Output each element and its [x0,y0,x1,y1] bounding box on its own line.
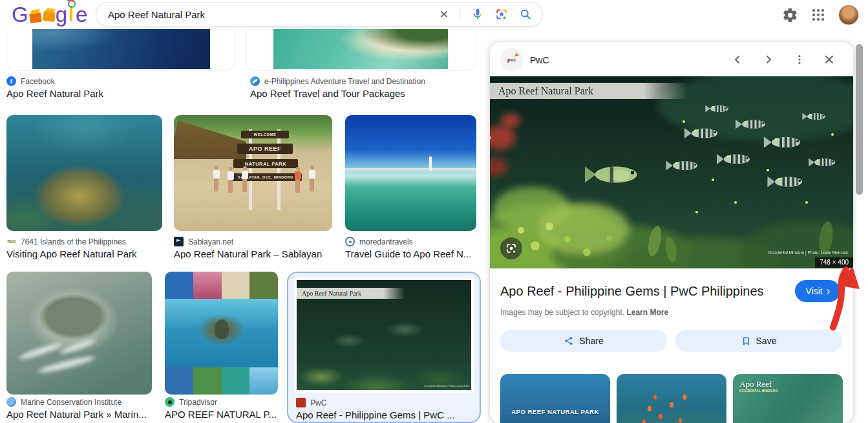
related-image-green-reef[interactable]: Apo Reef OCCIDENTAL MINDORO [733,374,843,423]
reef-artwork [490,76,853,268]
divider [460,7,460,21]
7641-islands-favicon: 7641 [6,237,16,246]
thumbnail-watermark: Occidental Mindoro | Photo: Louie Mencia… [424,384,469,387]
more-options-icon[interactable] [789,49,810,70]
learn-more-link[interactable]: Learn More [626,308,668,317]
share-button[interactable]: Share [500,330,667,352]
search-icon[interactable] [519,8,532,21]
hero-image-reef-fish[interactable] [490,76,853,268]
chevron-right-icon: › [827,286,830,296]
result-image-ephilippines[interactable] [245,29,476,70]
hut-roof [174,120,246,159]
logo-letter: g [56,3,67,27]
previous-image-button[interactable] [727,49,748,70]
result-title[interactable]: Apo Reef Travel and Tour Packages [250,88,473,99]
related-image-orange-fish[interactable] [617,374,726,423]
result-source[interactable]: Marine Conservation Institute [6,397,122,407]
doodle-block-icon [29,12,42,23]
panel-scrollbar[interactable] [856,44,863,195]
selected-result-card-pwc[interactable]: Apo Reef Natural Park Occidental Mindoro… [287,272,481,423]
google-lens-icon[interactable] [495,8,508,21]
search-bar[interactable]: ✕ [96,2,543,27]
result-source[interactable]: e-Philippines Adventure Travel and Desti… [250,76,425,86]
result-title[interactable]: APO REEF NATURAL P... [165,409,278,420]
thumbnail-banner: Apo Reef Natural Park [297,288,405,299]
result-title[interactable]: Travel Guide to Apo Reef N... [345,248,476,259]
panel-source-label[interactable]: PwC [530,55,549,65]
result-title[interactable]: Apo Reef Natural Park [6,88,229,99]
doodle-block-icon [43,11,55,22]
search-inside-image-lens-icon[interactable] [500,237,522,259]
ephilippines-favicon [250,76,260,86]
result-image-collage-turtle[interactable] [165,272,278,395]
close-panel-icon[interactable] [819,49,840,70]
result-title[interactable]: Apo Reef Natural Park – Sablayan [174,248,332,259]
photo-watermark: Occidental Mindoro | Photo: Louie Mencia… [768,250,848,255]
sablayan-favicon [174,237,184,246]
result-source[interactable]: Sablayan.net [174,237,233,246]
result-image-welcome-sign[interactable]: WELCOME APO REEF NATURAL PARK SABLAYAN, … [174,115,332,231]
facebook-favicon: f [6,76,16,86]
result-title[interactable]: Apo Reef - Philippine Gems | PwC ... [296,409,474,420]
turtle-photo [165,299,278,367]
save-button[interactable]: Save [675,330,842,352]
result-source[interactable]: f Facebook [6,76,55,86]
pwc-favicon [296,398,306,407]
top-header: G g e ✕ [0,0,868,29]
settings-gear-icon[interactable] [782,7,798,23]
clear-search-icon[interactable]: ✕ [439,9,449,20]
result-image-island-aerial[interactable] [6,272,152,395]
share-icon [564,336,574,346]
logo-letter: e [76,3,87,27]
search-input[interactable] [107,8,439,21]
image-detail-panel: pwc PwC [490,42,853,423]
image-dimensions: 748 × 400 [815,257,853,268]
result-source[interactable]: moredantravels [345,237,413,246]
image-title-banner: Apo Reef Natural Park [490,83,687,99]
google-apps-icon[interactable] [812,9,824,21]
panel-page-title[interactable]: Apo Reef - Philippine Gems | PwC Philipp… [500,283,782,299]
moredantravels-favicon [345,237,355,246]
result-source[interactable]: PwC [296,398,326,407]
bookmark-icon [741,336,751,346]
tripadvisor-favicon [165,397,175,407]
result-source[interactable]: 7641 7641 Islands of the Philippines [6,237,126,246]
related-image-apo-reef-sign[interactable]: APO REEF NATURAL PARK [500,374,610,423]
next-image-button[interactable] [758,49,779,70]
google-doodle-logo[interactable]: G g e [12,2,87,27]
reef-beach-aerial-image [273,29,448,69]
selected-thumbnail[interactable]: Apo Reef Natural Park Occidental Mindoro… [294,277,474,393]
doodle-shovel-icon [70,6,72,21]
result-image-facebook[interactable] [6,29,235,70]
voice-search-icon[interactable] [471,8,484,21]
result-image-lighthouse[interactable] [345,115,476,231]
result-title[interactable]: Apo Reef Natural Park » Marin... [6,409,152,420]
pwc-favicon-circle: pwc [500,48,524,71]
result-source[interactable]: Tripadvisor [165,397,217,407]
copyright-notice: Images may be subject to copyright. Lear… [500,308,668,317]
google-images-page: G g e ✕ [0,0,868,423]
visit-button[interactable]: Visit › [795,280,840,302]
marine-conservation-favicon [6,397,16,407]
ocean-aerial-image [32,29,210,69]
logo-letter: G [12,3,28,27]
result-image-underwater-reef[interactable] [6,115,162,231]
profile-avatar[interactable] [838,5,859,25]
result-title[interactable]: Visiting Apo Reef Natural Park [6,248,162,259]
